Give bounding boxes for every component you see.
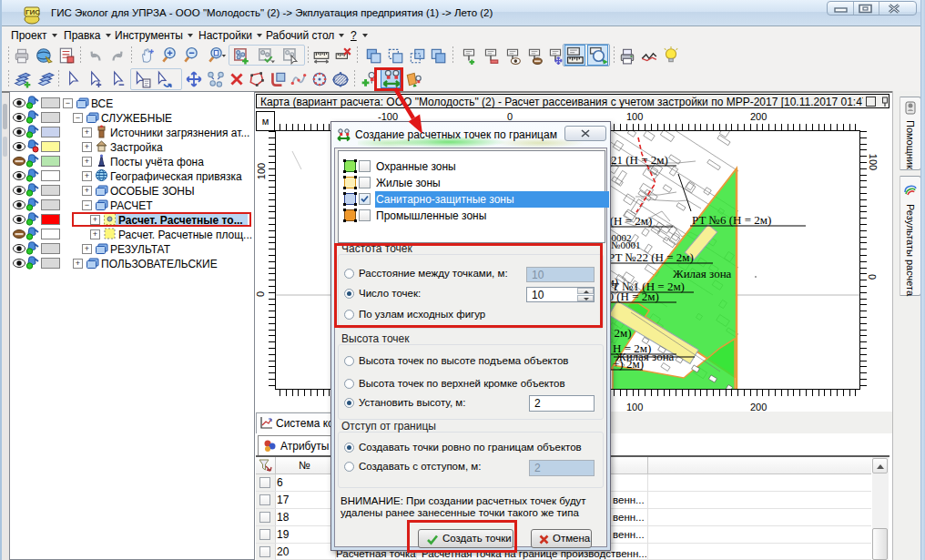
svg-text:21 (Н = 2м): 21 (Н = 2м) [611, 153, 668, 167]
svg-text:РТ №6 (Н = 2м): РТ №6 (Н = 2м) [692, 213, 771, 227]
svg-text:№0001: №0001 [611, 239, 641, 250]
svg-text:Жилая зона: Жилая зона [673, 267, 732, 280]
svg-text:+) 2м): +) 2м) [613, 357, 644, 371]
svg-text:ГИС: ГИС [25, 8, 40, 16]
svg-text:РТ №22 (Н = 2м): РТ №22 (Н = 2м) [608, 250, 694, 264]
